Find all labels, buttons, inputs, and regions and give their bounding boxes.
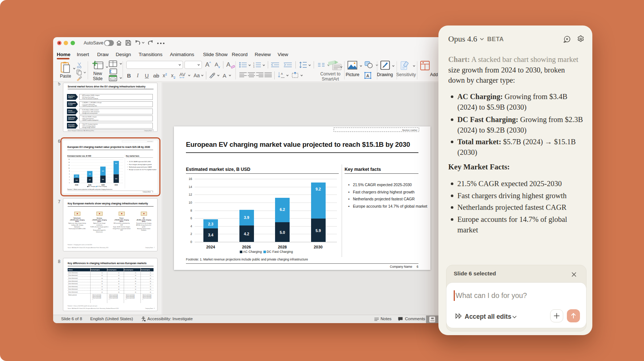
svg-text:3: 3: [253, 66, 254, 68]
svg-text:A: A: [366, 74, 369, 78]
svg-text:A: A: [281, 72, 283, 75]
